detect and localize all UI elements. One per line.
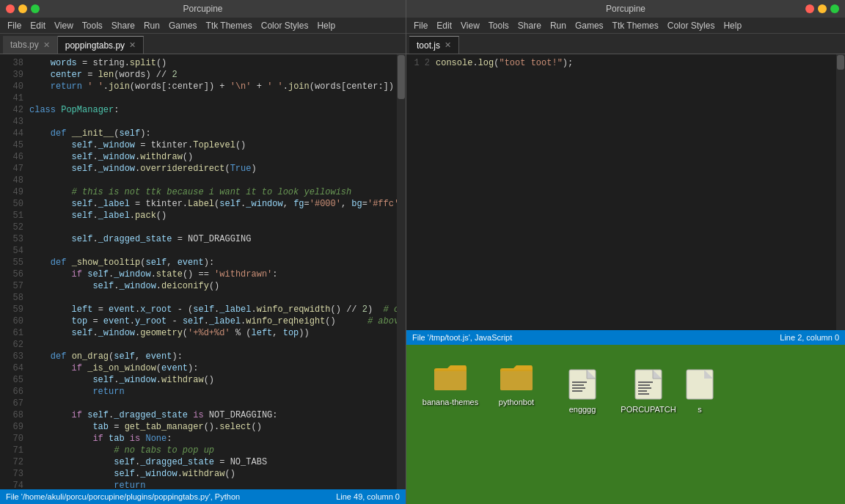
right-menu-run[interactable]: Run	[546, 19, 571, 32]
right-menu-help[interactable]: Help	[719, 19, 746, 32]
menu-help[interactable]: Help	[312, 19, 340, 32]
tab-close-icon[interactable]: ✕	[445, 40, 451, 50]
desktop-area: banana-themes pythonbot	[406, 345, 845, 504]
desktop-icon-pythonbot[interactable]: pythonbot	[487, 359, 546, 414]
desktop-icons-container: banana-themes pythonbot	[406, 345, 845, 428]
left-cursor-info: Line 49, column 0	[336, 492, 400, 501]
file-icon-porcupatch	[631, 367, 666, 402]
menu-share[interactable]: Share	[107, 19, 139, 32]
left-scrollbar[interactable]	[397, 54, 406, 489]
left-status-bar: File '/home/akuli/porcu/porcupine/plugin…	[0, 489, 406, 504]
minimize-button[interactable]	[18, 4, 27, 13]
svg-rect-14	[638, 387, 651, 389]
desktop-icon-s[interactable]: s	[685, 367, 714, 414]
right-status-bar: File '/tmp/toot.js', JavaScript Line 2, …	[406, 330, 845, 345]
right-code-area: 1 2 console.log("toot toot!");	[406, 54, 845, 330]
tab-toot-js[interactable]: toot.js ✕	[409, 36, 459, 54]
right-status-file: File '/tmp/toot.js', JavaScript	[412, 333, 512, 342]
left-scrollbar-thumb[interactable]	[398, 55, 405, 99]
left-title-bar: Porcupine	[0, 0, 406, 18]
svg-rect-5	[500, 371, 533, 390]
svg-rect-9	[572, 387, 585, 389]
svg-rect-13	[638, 384, 650, 386]
right-menu-bar: File Edit View Tools Share Run Games Ttk…	[406, 18, 845, 34]
right-tab-bar: toot.js ✕	[406, 34, 845, 54]
right-minimize-button[interactable]	[818, 4, 827, 13]
right-menu-tools[interactable]: Tools	[484, 19, 513, 32]
menu-file[interactable]: File	[3, 19, 26, 32]
svg-rect-12	[638, 381, 653, 383]
desktop-icon-banana-themes[interactable]: banana-themes	[421, 359, 480, 414]
left-status-file: File '/home/akuli/porcu/porcupine/plugin…	[6, 492, 240, 501]
app-container: Porcupine File Edit View Tools Share Run…	[0, 0, 845, 504]
tab-label: toot.js	[417, 40, 440, 51]
icon-label-porcupatch: PORCUPATCH	[621, 405, 676, 414]
right-window-title: Porcupine	[606, 4, 645, 14]
menu-view[interactable]: View	[50, 19, 78, 32]
tab-close-icon[interactable]: ✕	[43, 40, 50, 50]
svg-rect-2	[434, 371, 467, 390]
right-code-content[interactable]: console.log("toot toot!");	[433, 54, 836, 330]
menu-games[interactable]: Games	[164, 19, 202, 32]
close-button[interactable]	[6, 4, 15, 13]
desktop-icon-porcupatch[interactable]: PORCUPATCH	[619, 367, 678, 414]
svg-rect-10	[572, 390, 582, 392]
right-cursor-info: Line 2, column 0	[780, 333, 839, 342]
right-menu-games[interactable]: Games	[571, 19, 608, 32]
file-icon-engggg	[565, 367, 600, 402]
svg-rect-7	[572, 381, 587, 383]
menu-edit[interactable]: Edit	[26, 19, 50, 32]
folder-icon-banana-themes	[433, 359, 468, 395]
menu-ttk-themes[interactable]: Ttk Themes	[202, 19, 257, 32]
right-menu-view[interactable]: View	[456, 19, 484, 32]
left-code-area: 38 39 40 41 42 43 44 45 46 47 48 49 50 5…	[0, 54, 406, 489]
left-window-title: Porcupine	[183, 4, 222, 14]
left-code-content[interactable]: words = string.split() center = len(word…	[26, 54, 397, 489]
right-menu-ttk-themes[interactable]: Ttk Themes	[608, 19, 663, 32]
icon-label-engggg: engggg	[569, 405, 596, 414]
tab-poppingtabs-py[interactable]: poppingtabs.py ✕	[58, 36, 144, 54]
tab-tabs-py[interactable]: tabs.py ✕	[3, 36, 58, 54]
right-scrollbar[interactable]	[836, 54, 845, 330]
right-menu-file[interactable]: File	[409, 19, 432, 32]
svg-rect-8	[572, 384, 584, 386]
right-line-numbers: 1 2	[406, 54, 433, 330]
tab-close-icon[interactable]: ✕	[129, 40, 136, 50]
right-menu-share[interactable]: Share	[513, 19, 546, 32]
left-editor-pane: Porcupine File Edit View Tools Share Run…	[0, 0, 406, 504]
right-menu-color-styles[interactable]: Color Styles	[663, 19, 720, 32]
right-editor-pane: Porcupine File Edit View Tools Share Run…	[406, 0, 845, 345]
menu-run[interactable]: Run	[139, 19, 164, 32]
left-menu-bar: File Edit View Tools Share Run Games Ttk…	[0, 18, 406, 34]
left-tab-bar: tabs.py ✕ poppingtabs.py ✕	[0, 34, 406, 54]
right-scrollbar-thumb[interactable]	[837, 55, 844, 70]
left-window-controls	[6, 4, 40, 13]
menu-color-styles[interactable]: Color Styles	[257, 19, 313, 32]
folder-icon-pythonbot	[499, 359, 534, 395]
right-window-controls	[805, 4, 839, 13]
right-title-bar: Porcupine	[406, 0, 845, 18]
svg-rect-16	[638, 393, 649, 395]
file-icon-s	[685, 367, 714, 402]
icon-label-pythonbot: pythonbot	[499, 398, 534, 406]
icon-label-banana-themes: banana-themes	[422, 398, 478, 406]
svg-rect-15	[638, 390, 647, 392]
tab-label: tabs.py	[10, 40, 39, 50]
desktop-icon-engggg[interactable]: engggg	[553, 367, 612, 414]
icon-label-s: s	[698, 405, 702, 414]
menu-tools[interactable]: Tools	[78, 19, 107, 32]
right-close-button[interactable]	[805, 4, 814, 13]
tab-label: poppingtabs.py	[65, 40, 125, 51]
left-line-numbers: 38 39 40 41 42 43 44 45 46 47 48 49 50 5…	[0, 54, 26, 489]
maximize-button[interactable]	[31, 4, 40, 13]
right-maximize-button[interactable]	[830, 4, 839, 13]
svg-rect-17	[687, 370, 713, 399]
right-menu-edit[interactable]: Edit	[432, 19, 456, 32]
